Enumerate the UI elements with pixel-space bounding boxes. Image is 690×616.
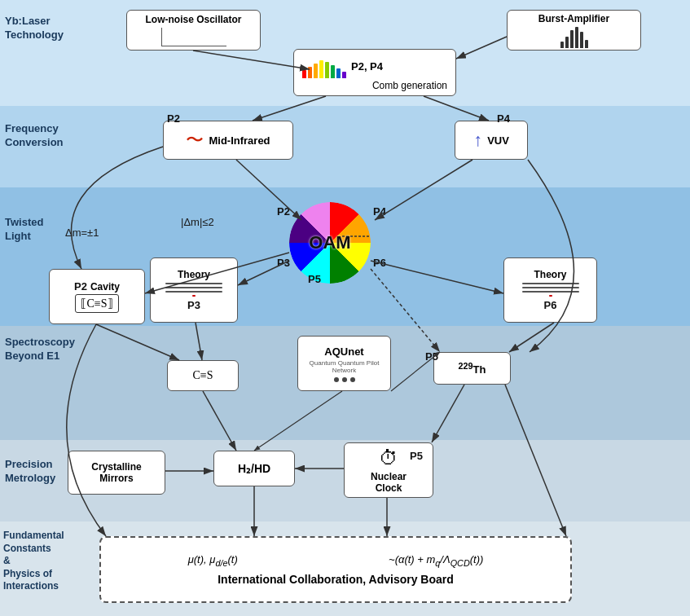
p5-clock-label: P5 [410,450,423,462]
formula2: ~(α(t) + mq/ΛQCD(t)) [389,553,483,568]
nuclear-clock-label: NuclearClock [371,471,407,494]
diagram-container: Yb:Laser Technology Frequency Conversion… [0,0,690,616]
p3-theory-label: P3 [187,299,200,311]
nuclear-clock-node: ⏱ P5 NuclearClock [344,442,433,498]
delta-m-le2-label: |Δm|≤2 [181,216,214,228]
crystalline-mirrors-node: CrystallineMirrors [68,451,165,495]
p5-oam-label: P5 [308,273,321,285]
band-freq [0,106,690,187]
theory-right-lines [522,283,579,297]
th229-node: 229Th [433,352,511,385]
th229-label: 229Th [459,361,486,376]
vuv-node: ↑ VUV [455,121,528,160]
collab-label: International Collaboration, Advisory Bo… [218,573,454,586]
cavity-symbol: ⟦C≡S⟧ [81,297,112,310]
p2-cavity-label: P2 [74,280,87,293]
h2hd-node: H₂/HD [213,451,295,486]
mid-ir-icon: 〜 [186,128,204,152]
p2p4-label: P2, P4 [351,60,383,73]
p2-freq-label: P2 [167,112,180,125]
comb-gen-label: Comb generation [372,80,447,91]
stopwatch-icon: ⏱ [379,447,398,469]
aqunet-sublabel: Quantum Quantum Pilot Network [303,359,385,374]
theory-left-lines [165,283,222,297]
h2hd-label: H₂/HD [238,462,270,475]
burst-amplifier-label: Burst-Amplifier [538,13,609,24]
comb-generation-node: P2, P4 Comb generation [293,49,456,96]
p2-oam-label: P2 [277,205,290,218]
aqunet-label: AQUnet [324,345,363,358]
vuv-label: VUV [487,134,509,147]
p5-th229-label: P5 [425,350,438,363]
crystalline-mirrors-label: CrystallineMirrors [91,461,141,484]
label-fundamental-constants: Fundamental Constants & Physics of Inter… [3,530,64,593]
oscillator-label: Low-noise Oscillator [145,14,241,25]
label-yb-technology: Yb:Laser Technology [5,15,64,42]
p6-theory-label: P6 [544,299,557,311]
label-precision-metrology: Precision Metrology [5,458,55,486]
p4-freq-label: P4 [497,112,510,125]
mid-infrared-label: Mid-Infrared [209,134,270,147]
vuv-icon: ↑ [473,130,482,151]
p4-oam-label: P4 [373,205,386,218]
oscillator-node: Low-noise Oscillator [126,10,261,51]
oam-text: OAM [309,232,350,253]
label-spectroscopy: Spectroscopy Beyond E1 [5,336,75,363]
p6-oam-label: P6 [373,257,386,269]
theory-right-node: Theory P6 [503,257,597,323]
label-twisted-light: Twisted Light [5,216,43,244]
comb-bars [302,54,346,78]
label-frequency-conversion: Frequency Conversion [5,122,64,150]
burst-amplifier-node: Burst-Amplifier [507,10,641,51]
collab-box: μ(t), μd/e(t) ~(α(t) + mq/ΛQCD(t)) Inter… [99,536,572,603]
theory-right-label: Theory [534,269,566,280]
aqunet-node: AQUnet Quantum Quantum Pilot Network [297,336,391,391]
cavity-node: P2 Cavity ⟦C≡S⟧ [49,269,145,324]
oam-inner: OAM [289,202,371,284]
theory-left-label: Theory [178,269,210,280]
formula1: μ(t), μd/e(t) [188,553,238,568]
p3-oam-label: P3 [277,257,290,269]
cavity-label: Cavity [90,281,120,293]
burst-graph [560,27,588,48]
cs-label: C≡S [192,369,213,382]
cs-node: C≡S [167,360,239,391]
oscillator-graph [161,28,226,46]
delta-m-pm1-label: Δm=±1 [65,227,99,239]
oam-circle: OAM [289,202,371,284]
mid-infrared-node: 〜 Mid-Infrared [163,121,293,160]
theory-left-node: Theory P3 [150,257,238,323]
